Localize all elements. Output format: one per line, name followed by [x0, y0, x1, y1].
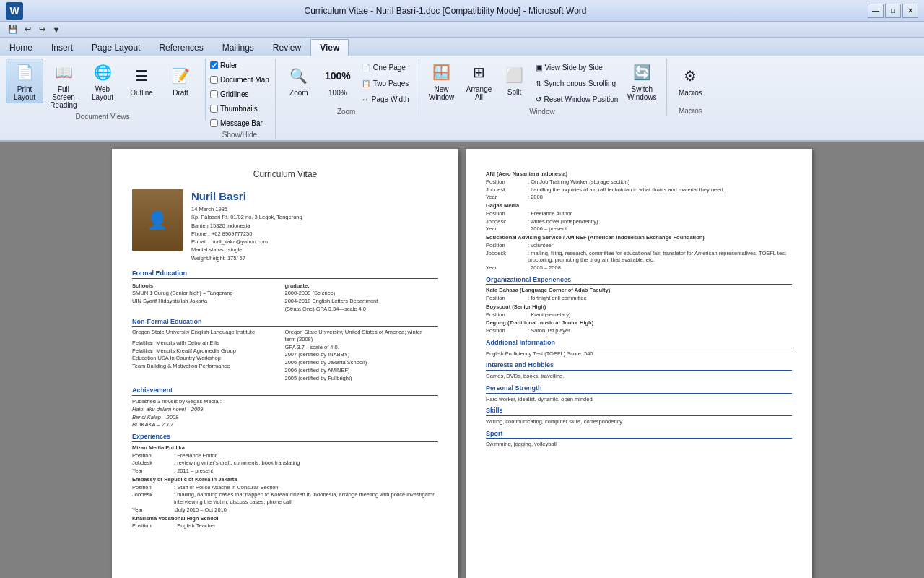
- macros-content: ⚙ Macros: [671, 59, 709, 105]
- ribbon-group-macros: ⚙ Macros Macros: [668, 59, 715, 115]
- cv-skills-title: Skills: [486, 407, 792, 416]
- full-screen-reading-button[interactable]: 📖 Full ScreenReading: [45, 59, 82, 111]
- cv-gagas-year: Year : 2006 – present: [486, 225, 792, 233]
- cv-personal-info: Nuril Basri 14 March 1985 Kp. Palasari R…: [191, 189, 302, 262]
- thumbnails-checkbox[interactable]: [210, 105, 218, 113]
- undo-quick-button[interactable]: ↩: [20, 23, 35, 36]
- cv-address2: Banten 15820 Indonesia: [191, 222, 302, 230]
- cv-edu-adv-job-label: Jobdesk: [486, 250, 522, 264]
- macros-button[interactable]: ⚙ Macros: [671, 59, 709, 102]
- cv-grad1: 2000-2003 (Science): [285, 290, 432, 297]
- cv-edu-row: Schools: SMUN 1 Curug (Senior high) – Ta…: [132, 281, 438, 314]
- tab-insert[interactable]: Insert: [42, 39, 82, 56]
- window-content: 🪟 NewWindow ⊞ ArrangeAll ⬜ Split: [424, 59, 661, 106]
- cv-nonformal-ed-title: Non-Formal Education: [132, 318, 438, 327]
- cv-header: 👤 Nuril Basri 14 March 1985 Kp. Palasari…: [132, 189, 438, 262]
- ribbon-group-document-views: 📄 PrintLayout 📖 Full ScreenReading 🌐 Web…: [3, 59, 206, 121]
- split-icon: ⬜: [503, 64, 526, 87]
- cv-exp1-job-val: : reviewing writer's draft, comments, bo…: [174, 460, 438, 467]
- tab-home[interactable]: Home: [0, 39, 42, 56]
- tab-view[interactable]: View: [310, 39, 349, 56]
- tab-references[interactable]: References: [149, 39, 212, 56]
- cv-ach2: Halo, aku dalam novel—2009,: [132, 406, 438, 413]
- message-bar-checkbox-row[interactable]: Message Bar: [210, 116, 263, 129]
- message-bar-checkbox[interactable]: [210, 119, 218, 127]
- ruler-checkbox-row[interactable]: Ruler: [210, 59, 237, 72]
- arrange-all-button[interactable]: ⊞ ArrangeAll: [461, 59, 497, 103]
- cv-exp2-year-label: Year: [132, 506, 168, 514]
- redo-quick-button[interactable]: ↪: [35, 23, 49, 36]
- switch-windows-button[interactable]: 🔄 SwitchWindows: [623, 59, 661, 103]
- web-layout-icon: 🌐: [91, 61, 114, 84]
- thumbnails-checkbox-row[interactable]: Thumbnails: [210, 102, 258, 115]
- save-quick-button[interactable]: 💾: [6, 23, 20, 36]
- cv-exp1-company: Mizan Media Publika: [132, 444, 438, 452]
- cv-nfe1: Oregon State University English Language…: [132, 329, 279, 336]
- gridlines-checkbox[interactable]: [210, 90, 218, 98]
- gridlines-checkbox-row[interactable]: Gridlines: [210, 87, 248, 100]
- cv-email: E-mail : nuril_kaka@yahoo.com: [191, 238, 302, 246]
- close-button[interactable]: ✕: [902, 4, 918, 18]
- cv-exp1-job: Jobdesk : reviewing writer's draft, comm…: [132, 460, 438, 467]
- outline-label: Outline: [130, 89, 153, 97]
- two-pages-button[interactable]: 📋 Two Pages: [358, 76, 413, 90]
- one-page-button[interactable]: 📄 One Page: [358, 60, 413, 74]
- tab-mailings[interactable]: Mailings: [213, 39, 263, 56]
- cv-exp3-pos-label: Position: [132, 522, 168, 530]
- cv-edu-adv-year-label: Year: [486, 264, 522, 272]
- tab-review[interactable]: Review: [263, 39, 310, 56]
- cv-marital: Marital status : single: [191, 246, 302, 254]
- cv-nfe3: GPA 3.7—scale of 4.0.: [285, 344, 432, 351]
- zoom-pages-group: 📄 One Page 📋 Two Pages ↔ Page Width: [358, 60, 413, 106]
- view-side-icon: ▣: [536, 64, 542, 72]
- switch-windows-icon: 🔄: [630, 61, 653, 84]
- cv-exp2-job-val: : mailing, handling cases that happen to…: [174, 491, 438, 506]
- cv-org3-pos: Position : Saron 1st player: [486, 327, 792, 335]
- page-width-button[interactable]: ↔ Page Width: [358, 92, 413, 106]
- title-bar-left: W: [6, 2, 23, 20]
- cv-ani-job-label: Jobdesk: [486, 186, 522, 194]
- minimize-button[interactable]: —: [868, 4, 884, 18]
- one-page-label: One Page: [373, 64, 406, 72]
- tab-page-layout[interactable]: Page Layout: [82, 39, 149, 56]
- split-button[interactable]: ⬜ Split: [499, 59, 531, 100]
- cv-skills-text: Writing, communicating, computer skills,…: [486, 418, 792, 426]
- cv-nfe-left: Oregon State University English Language…: [132, 329, 279, 382]
- cv-exp2-company: Embassy of Republic of Korea in Jakarta: [132, 476, 438, 483]
- message-bar-label: Message Bar: [220, 119, 263, 127]
- window-right-mid: ⬜ Split: [499, 59, 531, 100]
- cv-personal-text: Hard worker, idealist, dynamic, open min…: [486, 396, 792, 403]
- new-window-button[interactable]: 🪟 NewWindow: [424, 59, 460, 103]
- draft-button[interactable]: 📝 Draft: [162, 59, 199, 102]
- cv-nfe6: Pelatihan Menulis Kreatif Agromedia Grou…: [132, 348, 279, 355]
- cv-edu-adv-job: Jobdesk : mailing, filing, research, com…: [486, 250, 792, 264]
- outline-button[interactable]: ☰ Outline: [123, 59, 160, 102]
- cv-gagas-job-val: : writes novel (independently): [528, 218, 792, 225]
- cv-exp1-pos-label: Position: [132, 452, 168, 460]
- cv-exp1-pos-val: : Freelance Editor: [174, 452, 438, 460]
- cv-formal-ed-title: Formal Education: [132, 269, 438, 279]
- maximize-button[interactable]: □: [885, 4, 901, 18]
- cv-experiences-title: Experiences: [132, 433, 438, 442]
- cv-personal-title: Personal Strength: [486, 384, 792, 394]
- ruler-checkbox[interactable]: [210, 61, 218, 69]
- web-layout-button[interactable]: 🌐 WebLayout: [84, 59, 121, 103]
- zoom-button[interactable]: 🔍 Zoom: [280, 59, 318, 102]
- print-layout-button[interactable]: 📄 PrintLayout: [6, 59, 43, 103]
- synchronous-scrolling-button[interactable]: ⇅ Synchronous Scrolling: [532, 76, 622, 90]
- view-side-by-side-button[interactable]: ▣ View Side by Side: [532, 60, 622, 74]
- quick-access-toolbar: 💾 ↩ ↪ ▼: [0, 22, 924, 38]
- document-map-checkbox-row[interactable]: Document Map: [210, 73, 269, 86]
- cv-edu-adv-job-val: : mailing, filing, research, committee f…: [528, 250, 792, 264]
- cv-achievement-title: Achievement: [132, 387, 438, 396]
- page-1: Curriculum Vitae 👤 Nuril Basri 14 March …: [112, 149, 458, 578]
- cv-nfe4: Pelatihan Menulis with Deborah Ellis: [132, 340, 279, 347]
- cv-nfe8: Education USA In Country Workshop: [132, 355, 279, 362]
- cv-exp2-pos: Position : Staff of Police Attache in Co…: [132, 484, 438, 491]
- zoom-100-button[interactable]: 100% 100%: [319, 59, 357, 102]
- more-quick-button[interactable]: ▼: [49, 23, 64, 36]
- cv-exp2-pos-label: Position: [132, 484, 168, 491]
- document-map-checkbox[interactable]: [210, 76, 218, 84]
- cv-school1: SMUN 1 Curug (Senior high) – Tangerang: [132, 290, 279, 297]
- reset-window-position-button[interactable]: ↺ Reset Window Position: [532, 92, 622, 106]
